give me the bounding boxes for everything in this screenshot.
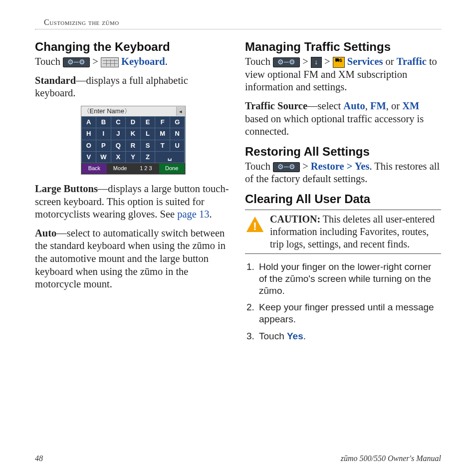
services-link: Services <box>345 56 383 67</box>
kbd-key: H <box>82 128 96 139</box>
large-buttons-desc: Large Buttons—displays a large button to… <box>35 183 231 221</box>
heading-restoring: Restoring All Settings <box>245 144 441 159</box>
kbd-key: C <box>111 117 126 128</box>
touch-keyboard-path: Touch ⚙─⚙ > Keyboard. <box>35 55 231 68</box>
wrench-icon: ⚙─⚙ <box>63 57 90 67</box>
kbd-key: Y <box>126 152 140 163</box>
kbd-123-btn: 1 2 3 <box>133 164 159 174</box>
kbd-key: I <box>96 128 111 139</box>
kbd-key: F <box>155 117 170 128</box>
kbd-key: Z <box>141 152 155 163</box>
kbd-key: Q <box>111 140 126 151</box>
page-13-link[interactable]: page 13 <box>177 209 209 220</box>
backspace-icon: ◂ <box>176 107 185 116</box>
keyboard-icon <box>101 57 119 67</box>
caution-text: CAUTION: This deletes all user-entered i… <box>270 213 441 250</box>
page-number: 48 <box>35 454 43 464</box>
kbd-key: W <box>96 152 111 163</box>
kbd-key: A <box>82 117 96 128</box>
kbd-key: R <box>126 140 140 151</box>
kbd-key: O <box>82 140 96 151</box>
right-column: Managing Traffic Settings Touch ⚙─⚙ > > … <box>245 36 441 347</box>
keyboard-screenshot: 〈Enter Name〉 ◂ ABCDEFGHIJKLMNOPQRSTUVWXY… <box>81 106 186 175</box>
content-columns: Changing the Keyboard Touch ⚙─⚙ > Keyboa… <box>35 36 441 347</box>
kbd-key: J <box>111 128 126 139</box>
svg-text:!: ! <box>253 220 256 233</box>
kbd-key: U <box>170 140 185 151</box>
traffic-link: Traffic <box>397 56 427 67</box>
heading-traffic: Managing Traffic Settings <box>245 39 441 54</box>
section-header: Customizing the zūmo <box>35 17 441 27</box>
kbd-back-btn: Back <box>82 164 107 174</box>
kbd-key: L <box>141 128 155 139</box>
standard-desc: Standard—displays a full alphabetic keyb… <box>35 74 231 100</box>
manual-title: zūmo 500/550 Owner's Manual <box>341 454 441 464</box>
caution-triangle-icon: ! <box>245 215 265 233</box>
traffic-source-desc: Traffic Source—select Auto, FM, or XM ba… <box>245 100 441 138</box>
kbd-key: X <box>111 152 126 163</box>
traffic-path: Touch ⚙─⚙ > > ⛟$ Services or Traffic to … <box>245 55 441 94</box>
kbd-key: G <box>170 117 185 128</box>
page-footer: 48 zūmo 500/550 Owner's Manual <box>35 454 441 464</box>
step-1: Hold your finger on the lower-right corn… <box>257 261 441 296</box>
step-2: Keep your finger pressed until a message… <box>257 301 441 325</box>
header-rule <box>35 29 441 29</box>
keyboard-title-bar: 〈Enter Name〉 ◂ <box>81 106 185 116</box>
caution-box: ! CAUTION: This deletes all user-entered… <box>245 210 441 254</box>
kbd-key: N <box>170 128 185 139</box>
keyboard-key-grid: ABCDEFGHIJKLMNOPQRSTUVWXYZ␣ <box>81 116 185 163</box>
keyboard-link: Keyboard <box>119 56 165 67</box>
restore-yes-link: Restore > Yes <box>308 161 370 172</box>
kbd-key: D <box>126 117 140 128</box>
heading-changing-keyboard: Changing the Keyboard <box>35 39 231 54</box>
kbd-key: ␣ <box>155 152 184 163</box>
yes-link: Yes <box>287 331 303 341</box>
left-column: Changing the Keyboard Touch ⚙─⚙ > Keyboa… <box>35 36 231 347</box>
step-3: Touch Yes. <box>257 330 441 342</box>
down-arrow-icon <box>311 57 322 68</box>
kbd-key: V <box>82 152 96 163</box>
kbd-key: K <box>126 128 140 139</box>
kbd-done-btn: Done <box>159 164 185 174</box>
kbd-key: B <box>96 117 111 128</box>
restore-path: Touch ⚙─⚙ > Restore > Yes. This restores… <box>245 160 441 186</box>
wrench-icon: ⚙─⚙ <box>273 162 300 172</box>
clear-data-steps: Hold your finger on the lower-right corn… <box>246 261 441 342</box>
wrench-icon: ⚙─⚙ <box>273 57 300 67</box>
kbd-key: P <box>96 140 111 151</box>
kbd-key: M <box>155 128 170 139</box>
kbd-mode-btn: Mode <box>107 164 133 174</box>
heading-clearing: Clearing All User Data <box>245 192 441 207</box>
keyboard-bottom-row: Back Mode 1 2 3 Done <box>81 163 185 174</box>
kbd-key: S <box>141 140 155 151</box>
services-icon: ⛟$ <box>333 57 345 68</box>
kbd-key: T <box>155 140 170 151</box>
auto-desc: Auto—select to automatically switch betw… <box>35 227 231 291</box>
kbd-key: E <box>141 117 155 128</box>
